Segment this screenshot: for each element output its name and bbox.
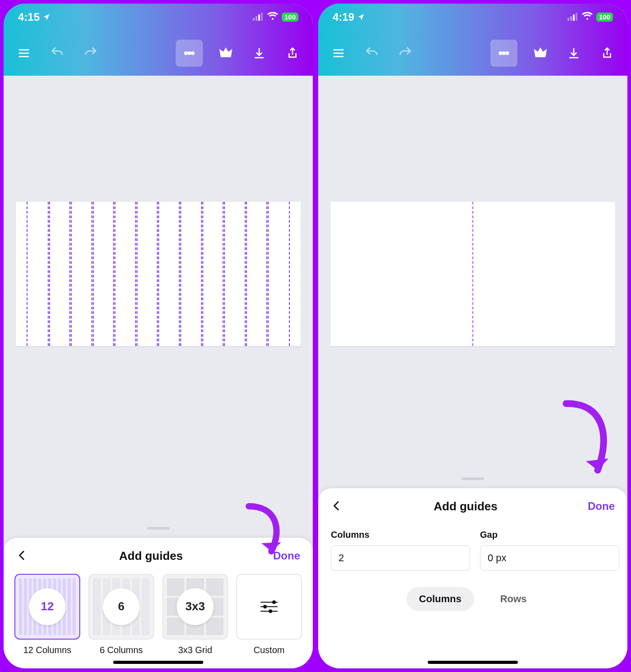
guide-preset-options: 12 12 Columns 6 6 Columns 3x3 3x3 Grid C…: [4, 574, 313, 664]
gap-input[interactable]: [480, 545, 619, 571]
columns-label: Columns: [331, 530, 470, 540]
undo-button[interactable]: [47, 43, 68, 64]
sheet-grab-handle[interactable]: [462, 477, 484, 480]
status-bar: 4:15 100: [4, 4, 313, 31]
back-button[interactable]: [331, 500, 343, 513]
back-button[interactable]: [16, 549, 29, 562]
wifi-icon: [267, 12, 278, 23]
add-guides-custom-sheet: Add guides Done Columns Gap Margin Colum…: [318, 488, 627, 668]
phone-right: 4:19 100 Ad: [318, 4, 627, 668]
share-button[interactable]: [282, 43, 303, 64]
more-button[interactable]: [176, 40, 203, 67]
svg-rect-12: [573, 14, 575, 21]
svg-rect-3: [261, 13, 263, 21]
svg-point-17: [499, 52, 502, 54]
menu-button[interactable]: [14, 43, 34, 64]
redo-button[interactable]: [80, 43, 101, 64]
location-icon: [357, 13, 365, 21]
sheet-title: Add guides: [434, 499, 498, 513]
premium-crown-button[interactable]: [530, 43, 551, 64]
time-text: 4:19: [333, 11, 354, 23]
status-bar: 4:19 100: [318, 4, 627, 31]
svg-point-7: [185, 52, 187, 54]
option-custom[interactable]: Custom: [236, 574, 302, 655]
status-time: 4:19: [333, 11, 365, 23]
sheet-grab-handle[interactable]: [147, 527, 169, 530]
svg-rect-1: [256, 16, 257, 21]
add-guides-sheet: Add guides Done 12 12 Columns 6 6 Column…: [4, 538, 313, 668]
columns-input[interactable]: [331, 545, 470, 571]
undo-button[interactable]: [361, 43, 382, 64]
svg-point-19: [506, 52, 509, 54]
design-canvas[interactable]: [330, 202, 615, 346]
status-time: 4:15: [18, 11, 50, 23]
done-button[interactable]: Done: [588, 500, 615, 513]
location-icon: [42, 13, 50, 21]
menu-button[interactable]: [328, 43, 349, 64]
custom-guides-form: Columns Gap Margin: [318, 524, 627, 583]
svg-point-9: [192, 52, 194, 54]
download-button[interactable]: [563, 43, 584, 64]
home-indicator[interactable]: [428, 661, 518, 664]
svg-point-8: [188, 52, 191, 54]
gap-label: Gap: [480, 530, 619, 540]
more-button[interactable]: [490, 40, 517, 67]
option-6-columns[interactable]: 6 6 Columns: [88, 574, 154, 655]
svg-rect-11: [570, 16, 572, 21]
home-indicator[interactable]: [113, 661, 203, 664]
guide-line: [472, 202, 473, 346]
battery-badge: 100: [282, 13, 298, 22]
option-label: Custom: [254, 645, 285, 655]
tab-rows[interactable]: Rows: [488, 587, 540, 611]
option-label: 3x3 Grid: [178, 645, 212, 655]
phone-left: 4:15 100: [4, 4, 313, 668]
option-3x3-grid[interactable]: 3x3 3x3 Grid: [162, 574, 228, 655]
svg-rect-0: [253, 18, 255, 21]
signal-icon: [253, 12, 264, 23]
svg-rect-13: [576, 13, 577, 21]
svg-rect-10: [567, 18, 569, 21]
sheet-title: Add guides: [119, 549, 183, 563]
columns-rows-tabs: Columns Rows: [318, 583, 627, 623]
option-label: 12 Columns: [23, 645, 72, 655]
premium-crown-button[interactable]: [215, 43, 236, 64]
option-12-columns[interactable]: 12 12 Columns: [14, 574, 80, 655]
tab-columns[interactable]: Columns: [407, 587, 474, 611]
battery-badge: 100: [596, 13, 613, 22]
time-text: 4:15: [18, 11, 40, 23]
signal-icon: [567, 12, 578, 23]
option-label: 6 Columns: [100, 645, 143, 655]
svg-rect-2: [258, 14, 260, 21]
share-button[interactable]: [597, 43, 617, 64]
svg-point-18: [503, 52, 505, 54]
redo-button[interactable]: [395, 43, 416, 64]
wifi-icon: [582, 12, 593, 23]
done-button[interactable]: Done: [273, 549, 300, 562]
download-button[interactable]: [249, 43, 270, 64]
design-canvas[interactable]: [16, 202, 300, 346]
